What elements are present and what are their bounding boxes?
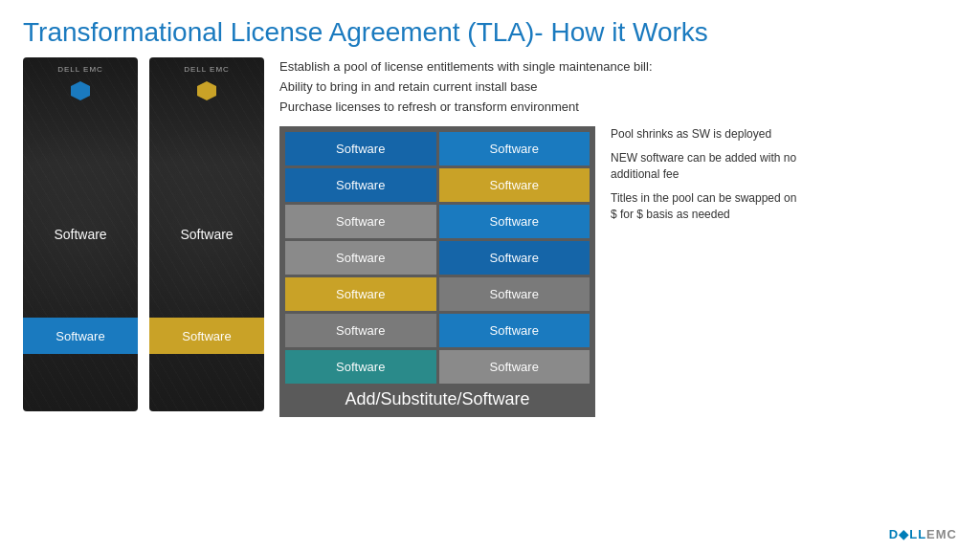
bullet-points: Establish a pool of license entitlements… — [279, 57, 957, 117]
pool-bottom-label: Add/Substitute/Software — [345, 389, 529, 409]
pool-cell-3: Software — [439, 168, 590, 202]
server2-brand: DELL EMC — [184, 57, 230, 77]
right-section: Establish a pool of license entitlements… — [279, 57, 957, 417]
server-unit-1: DELL EMC Software Software — [23, 57, 138, 411]
pool-cell-4: Software — [285, 205, 436, 238]
dell-emc-logo: D◆LLEMC — [889, 527, 957, 541]
server2-bottom-bar: Software — [149, 318, 264, 354]
server1-hex-icon — [71, 81, 90, 100]
server2-middle-label: Software — [149, 227, 264, 242]
pool-cell-1: Software — [439, 132, 590, 165]
emc-text: EMC — [926, 527, 957, 541]
dell-text: D◆LL — [889, 527, 926, 541]
bullet-3: Purchase licenses to refresh or transfor… — [279, 98, 957, 118]
server-unit-2: DELL EMC Software Software — [149, 57, 264, 411]
main-content: DELL EMC Software Software DELL EMC Soft… — [0, 57, 980, 417]
server1-bottom-label: Software — [56, 329, 104, 343]
pool-cell-13: Software — [439, 350, 590, 384]
pool-cell-6: Software — [285, 241, 436, 275]
pool-bottom-label-container: Add/Substitute/Software — [285, 384, 590, 411]
bullet-1: Establish a pool of license entitlements… — [279, 57, 957, 77]
server1-bottom-bar: Software — [23, 318, 138, 354]
pool-cell-2: Software — [285, 168, 436, 202]
pool-cell-12: Software — [285, 350, 436, 384]
pool-cell-9: Software — [439, 277, 590, 311]
pool-cell-8: Software — [285, 277, 436, 311]
pool-grid-container: SoftwareSoftwareSoftwareSoftwareSoftware… — [279, 126, 595, 417]
server2-hex-icon — [197, 81, 216, 100]
side-notes: Pool shrinks as SW is deployed NEW softw… — [611, 126, 802, 222]
page-title: Transformational License Agreement (TLA)… — [0, 0, 980, 57]
pool-cell-7: Software — [439, 241, 590, 275]
server1-middle-label: Software — [23, 227, 138, 242]
servers-section: DELL EMC Software Software DELL EMC Soft… — [23, 57, 264, 417]
server2-bottom-label: Software — [182, 329, 231, 343]
pool-cell-10: Software — [285, 314, 436, 347]
content-area: SoftwareSoftwareSoftwareSoftwareSoftware… — [279, 126, 957, 417]
pool-cell-11: Software — [439, 314, 590, 347]
server1-brand: DELL EMC — [57, 57, 103, 77]
pool-grid: SoftwareSoftwareSoftwareSoftwareSoftware… — [285, 132, 590, 384]
pool-cell-5: Software — [439, 205, 590, 238]
side-note-2: NEW software can be added with no additi… — [611, 150, 802, 183]
side-note-3: Titles in the pool can be swapped on $ f… — [611, 190, 802, 223]
pool-cell-0: Software — [285, 132, 436, 165]
bullet-2: Ability to bring in and retain current i… — [279, 77, 957, 98]
side-note-1: Pool shrinks as SW is deployed — [611, 126, 802, 143]
